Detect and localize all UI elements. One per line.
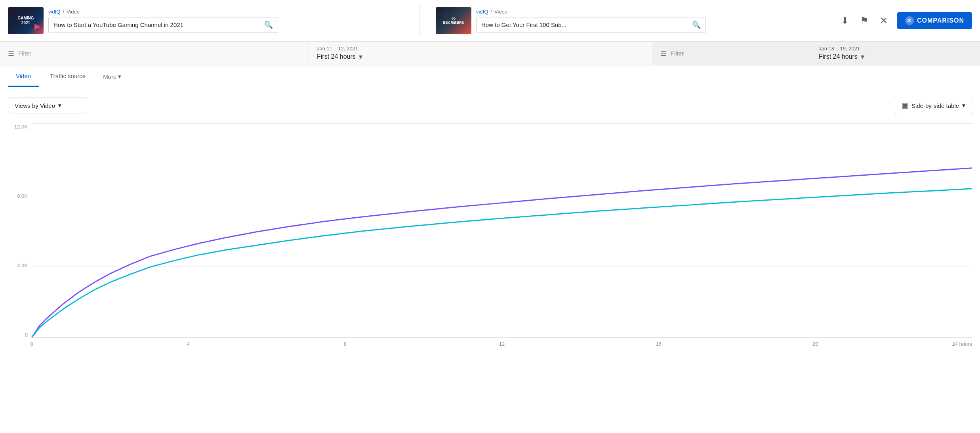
search-icon-right[interactable]: 🔍	[692, 21, 701, 29]
chart-area	[32, 124, 972, 338]
header-actions: ⬇ ⚑ ✕ ✕ COMPARISON	[839, 12, 972, 29]
filter-icon-right[interactable]: ☰	[660, 49, 667, 58]
x-label-20: 20	[812, 341, 818, 347]
date-period-right: First 24 hours ▾	[819, 52, 972, 61]
search-icon-left[interactable]: 🔍	[264, 21, 273, 29]
breadcrumb-left: vidIQ / Video	[48, 9, 278, 15]
breadcrumb-sep-right: /	[490, 9, 492, 15]
period-label-left: First 24 hours	[317, 53, 356, 60]
x-label-0: 0	[30, 341, 33, 347]
search-box-right[interactable]: 🔍	[476, 17, 706, 33]
thumb-gaming-text: GAMING2021	[16, 14, 35, 27]
period-dropdown-arrow-left[interactable]: ▾	[359, 52, 362, 61]
close-button[interactable]: ✕	[878, 13, 889, 28]
y-label-12k: 12.0K	[8, 124, 31, 130]
y-label-4k: 4.0K	[8, 262, 31, 268]
comparison-label: COMPARISON	[917, 17, 964, 24]
filter-bar: ☰ Filter Jan 11 – 12, 2021 First 24 hour…	[0, 42, 980, 65]
flag-button[interactable]: ⚑	[858, 13, 870, 28]
x-label-4: 4	[187, 341, 190, 347]
more-label: More	[103, 73, 116, 80]
y-axis: 0 4.0K 8.0K 12.0K	[8, 124, 31, 338]
header-right: 00BSCRIBERS vidIQ / Video 🔍	[428, 7, 839, 34]
tabs-bar: Video Traffic source More ▾	[0, 65, 980, 87]
chart-line-video2	[32, 189, 972, 337]
chart-svg	[32, 124, 972, 337]
chart-line-video1	[32, 168, 972, 337]
filter-section-right: ☰ Filter	[652, 44, 811, 63]
header-left: GAMING2021 vidIQ / Video 🔍	[8, 7, 412, 34]
search-box-left[interactable]: 🔍	[48, 17, 278, 33]
thumbnail-gaming: GAMING2021	[8, 7, 44, 34]
table-view-label: Side-by-side table	[911, 102, 959, 109]
breadcrumb-section-left: Video	[67, 9, 80, 15]
comparison-x-icon: ✕	[905, 16, 914, 25]
y-label-0: 0	[8, 332, 31, 338]
filter-label-right: Filter	[671, 50, 684, 57]
x-label-24-hours: 24 hours	[952, 341, 972, 347]
breadcrumb-sep-left: /	[63, 9, 64, 15]
tab-traffic-source[interactable]: Traffic source	[42, 65, 93, 87]
date-range-left: Jan 11 – 12, 2021	[317, 46, 644, 52]
video-meta-right: vidIQ / Video 🔍	[476, 9, 706, 33]
search-input-right[interactable]	[481, 21, 689, 28]
brand-link-right[interactable]: vidIQ	[476, 9, 488, 15]
metric-dropdown-label: Views by Video	[15, 102, 55, 109]
period-label-right: First 24 hours	[819, 53, 858, 60]
header-divider	[419, 5, 420, 36]
filter-icon-left[interactable]: ☰	[8, 49, 14, 58]
search-input-left[interactable]	[53, 21, 261, 28]
filter-section-left: ☰ Filter	[0, 44, 309, 63]
x-axis: 0 4 8 12 16 20 24 hours	[32, 338, 972, 354]
date-section-right[interactable]: Jan 18 – 19, 2021 First 24 hours ▾	[811, 42, 980, 65]
table-view-button[interactable]: ▣ Side-by-side table ▾	[895, 97, 972, 114]
thumb-subs-text: 00BSCRIBERS	[441, 15, 465, 26]
date-range-right: Jan 18 – 19, 2021	[819, 46, 972, 52]
header: GAMING2021 vidIQ / Video 🔍 00BSCRIBERS v…	[0, 0, 980, 42]
download-button[interactable]: ⬇	[839, 13, 850, 28]
tab-more[interactable]: More ▾	[97, 66, 128, 86]
breadcrumb-right: vidIQ / Video	[476, 9, 706, 15]
breadcrumb-section-right: Video	[494, 9, 507, 15]
chart-container: 0 4.0K 8.0K 12.0K 0 4 8 12 16	[8, 124, 972, 354]
thumbnail-subs: 00BSCRIBERS	[436, 7, 471, 34]
x-label-12: 12	[499, 341, 505, 347]
table-icon: ▣	[902, 101, 908, 110]
y-label-8k: 8.0K	[8, 193, 31, 199]
period-dropdown-arrow-right[interactable]: ▾	[861, 52, 864, 61]
filter-bar-right: ☰ Filter Jan 18 – 19, 2021 First 24 hour…	[652, 42, 980, 65]
more-arrow-icon: ▾	[118, 73, 121, 80]
video-meta-left: vidIQ / Video 🔍	[48, 9, 278, 33]
controls-row: Views by Video ▾ ▣ Side-by-side table ▾	[8, 97, 972, 114]
brand-link-left[interactable]: vidIQ	[48, 9, 60, 15]
x-label-16: 16	[656, 341, 662, 347]
comparison-button[interactable]: ✕ COMPARISON	[897, 12, 972, 29]
date-section-left[interactable]: Jan 11 – 12, 2021 First 24 hours ▾	[309, 42, 652, 65]
metric-dropdown[interactable]: Views by Video ▾	[8, 98, 87, 113]
metric-dropdown-arrow: ▾	[58, 102, 61, 109]
date-period-left: First 24 hours ▾	[317, 52, 644, 61]
tab-video[interactable]: Video	[8, 65, 39, 87]
filter-label-left: Filter	[18, 50, 31, 57]
table-view-arrow: ▾	[962, 102, 965, 109]
x-label-8: 8	[344, 341, 347, 347]
main-content: Views by Video ▾ ▣ Side-by-side table ▾ …	[0, 87, 980, 354]
